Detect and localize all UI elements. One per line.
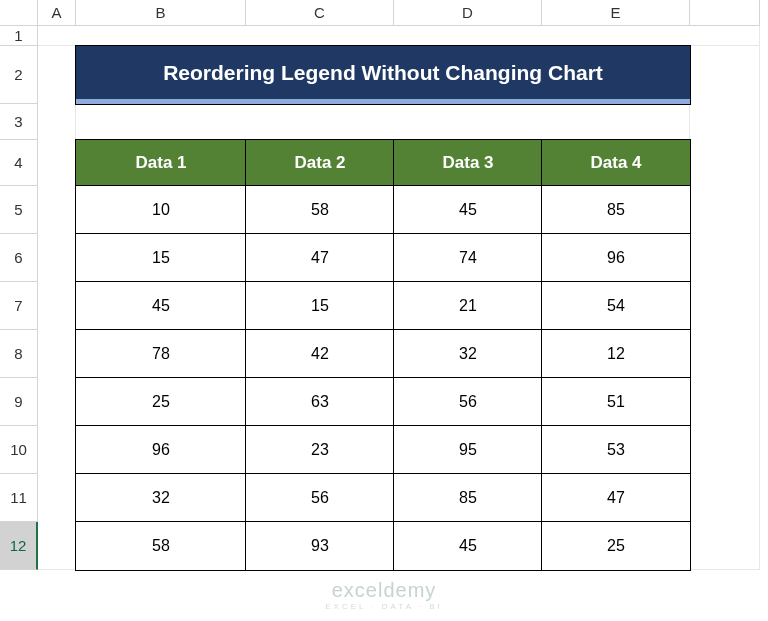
table-cell[interactable]: 47 xyxy=(246,234,394,282)
table-cell[interactable]: 23 xyxy=(246,426,394,474)
select-all-corner[interactable] xyxy=(0,0,38,26)
table-cell[interactable]: 51 xyxy=(542,378,690,426)
table-cell[interactable]: 32 xyxy=(394,330,542,378)
row-header-4[interactable]: 4 xyxy=(0,140,38,186)
table-cell[interactable]: 21 xyxy=(394,282,542,330)
table-cell[interactable]: 25 xyxy=(542,522,690,570)
table-cell[interactable]: 93 xyxy=(246,522,394,570)
col-header-C[interactable]: C xyxy=(246,0,394,26)
table-cell[interactable]: 47 xyxy=(542,474,690,522)
table-cell[interactable]: 15 xyxy=(246,282,394,330)
row-header-3[interactable]: 3 xyxy=(0,104,38,140)
table-cell[interactable]: 56 xyxy=(394,378,542,426)
row-header-5[interactable]: 5 xyxy=(0,186,38,234)
table-header[interactable]: Data 1 xyxy=(76,140,246,186)
cell-blank[interactable] xyxy=(38,46,76,570)
table-cell[interactable]: 58 xyxy=(246,186,394,234)
title-banner: Reordering Legend Without Changing Chart xyxy=(76,46,690,104)
table-cell[interactable]: 56 xyxy=(246,474,394,522)
table-header[interactable]: Data 4 xyxy=(542,140,690,186)
row-header-11[interactable]: 11 xyxy=(0,474,38,522)
table-cell[interactable]: 96 xyxy=(76,426,246,474)
table-cell[interactable]: 25 xyxy=(76,378,246,426)
col-header-blank[interactable] xyxy=(690,0,760,26)
table-cell[interactable]: 78 xyxy=(76,330,246,378)
table-header[interactable]: Data 3 xyxy=(394,140,542,186)
table-header[interactable]: Data 2 xyxy=(246,140,394,186)
row-header-9[interactable]: 9 xyxy=(0,378,38,426)
row-header-12[interactable]: 12 xyxy=(0,522,38,570)
table-cell[interactable]: 54 xyxy=(542,282,690,330)
table-cell[interactable]: 45 xyxy=(394,522,542,570)
col-header-B[interactable]: B xyxy=(76,0,246,26)
table-cell[interactable]: 96 xyxy=(542,234,690,282)
table-cell[interactable]: 58 xyxy=(76,522,246,570)
table-cell[interactable]: 85 xyxy=(542,186,690,234)
table-cell[interactable]: 53 xyxy=(542,426,690,474)
row-header-2[interactable]: 2 xyxy=(0,46,38,104)
row-header-1[interactable]: 1 xyxy=(0,26,38,46)
table-cell[interactable]: 32 xyxy=(76,474,246,522)
row-header-10[interactable]: 10 xyxy=(0,426,38,474)
table-cell[interactable]: 85 xyxy=(394,474,542,522)
col-header-A[interactable]: A xyxy=(38,0,76,26)
table-cell[interactable]: 95 xyxy=(394,426,542,474)
row-header-6[interactable]: 6 xyxy=(0,234,38,282)
cell-blank[interactable] xyxy=(76,104,690,140)
col-header-D[interactable]: D xyxy=(394,0,542,26)
table-cell[interactable]: 63 xyxy=(246,378,394,426)
watermark-tagline: EXCEL · DATA · BI xyxy=(325,602,443,611)
table-cell[interactable]: 45 xyxy=(394,186,542,234)
spreadsheet-grid: A B C D E 1 2 3 4 5 6 7 8 9 10 11 12 Reo… xyxy=(0,0,768,590)
row-header-7[interactable]: 7 xyxy=(0,282,38,330)
table-cell[interactable]: 12 xyxy=(542,330,690,378)
row-header-8[interactable]: 8 xyxy=(0,330,38,378)
table-cell[interactable]: 42 xyxy=(246,330,394,378)
cell-blank[interactable] xyxy=(38,26,760,46)
table-cell[interactable]: 10 xyxy=(76,186,246,234)
table-cell[interactable]: 45 xyxy=(76,282,246,330)
col-header-E[interactable]: E xyxy=(542,0,690,26)
table-cell[interactable]: 15 xyxy=(76,234,246,282)
cell-blank[interactable] xyxy=(690,46,760,570)
table-cell[interactable]: 74 xyxy=(394,234,542,282)
